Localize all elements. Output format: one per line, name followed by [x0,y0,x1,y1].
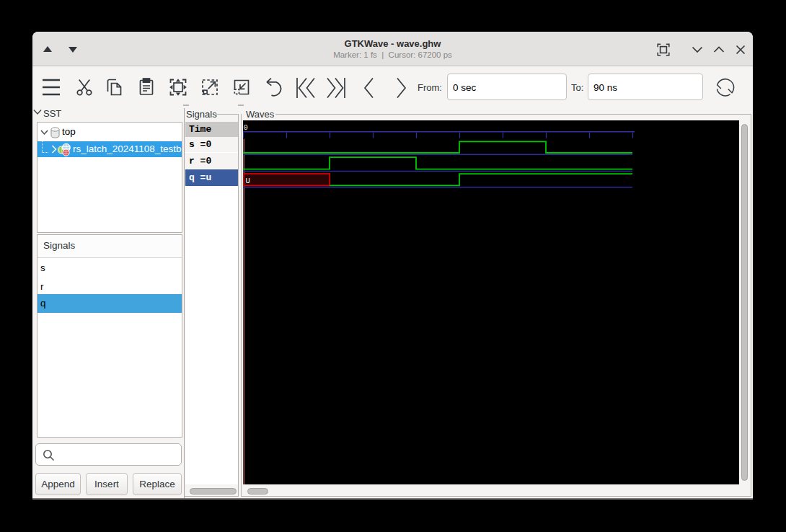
svg-text:U: U [246,177,250,185]
svg-text:0: 0 [244,123,248,132]
